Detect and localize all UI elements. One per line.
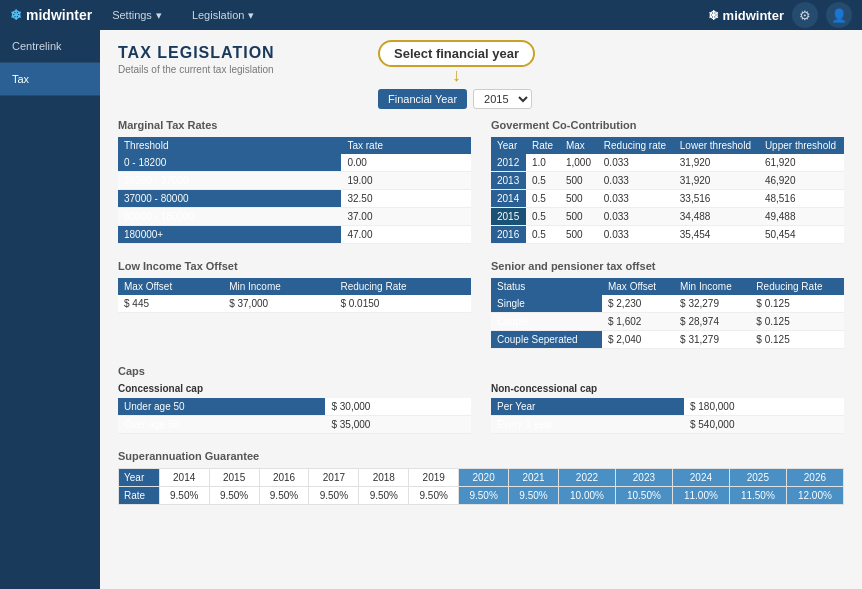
label-cell: Per Year	[491, 398, 684, 416]
senior-pensioner-table: Status Max Offset Min Income Reducing Ra…	[491, 278, 844, 349]
middle-sections-row: Low Income Tax Offset Max Offset Min Inc…	[118, 260, 844, 349]
value-cell: $ 540,000	[684, 416, 844, 434]
table-row: 0 - 182000.00	[118, 154, 471, 172]
chevron-down-icon: ▾	[248, 9, 254, 22]
max-cell: 500	[560, 190, 598, 208]
max-cell: 1,000	[560, 154, 598, 172]
min-income-cell: $ 32,279	[674, 295, 750, 313]
top-nav: ❄ midwinter Settings ▾ Legislation ▾ ❄ m…	[0, 0, 862, 30]
year-cell: 2023	[615, 469, 672, 487]
max-offset-cell: $ 1,602	[602, 313, 674, 331]
value-cell: $ 35,000	[325, 416, 471, 434]
table-row: $ 445$ 37,000$ 0.0150	[118, 295, 471, 313]
table-row: 80000 - 18000037.00	[118, 208, 471, 226]
table-row: 37000 - 8000032.50	[118, 190, 471, 208]
table-row: 2015 0.5 500 0.033 34,488 49,488	[491, 208, 844, 226]
status-cell: Couple	[491, 313, 602, 331]
super-guarantee-table: Year201420152016201720182019202020212022…	[118, 468, 844, 505]
caps-section-title: Caps	[118, 365, 471, 377]
reducing-rate-header: Reducing Rate	[750, 278, 844, 295]
rate-cell: 9.50%	[209, 487, 259, 505]
app-body: Centrelink Tax TAX LEGISLATION Details o…	[0, 30, 862, 589]
year-cell: 2017	[309, 469, 359, 487]
min-income-header: Min Income	[674, 278, 750, 295]
max-header: Max	[560, 137, 598, 154]
upper-cell: 61,920	[759, 154, 844, 172]
marginal-tax-rates-section: Marginal Tax Rates Threshold Tax rate 0 …	[118, 119, 471, 244]
rate-label-cell: Rate	[119, 487, 160, 505]
year-cell: 2015	[491, 208, 526, 226]
top-sections-row: Marginal Tax Rates Threshold Tax rate 0 …	[118, 119, 844, 244]
super-guarantee-title: Superannuation Guarantee	[118, 450, 844, 462]
min-income-header: Min Income	[223, 278, 334, 295]
status-cell: Single	[491, 295, 602, 313]
max-offset-cell: $ 2,040	[602, 331, 674, 349]
tax-rate-header: Tax rate	[341, 137, 471, 154]
sidebar-item-tax[interactable]: Tax	[0, 63, 100, 96]
gov-co-table: Year Rate Max Reducing rate Lower thresh…	[491, 137, 844, 244]
non-concessional-cap-table: Per Year$ 180,000Every 3 year$ 540,000	[491, 398, 844, 434]
table-row: 2013 0.5 500 0.033 31,920 46,920	[491, 172, 844, 190]
year-cell: 2014	[491, 190, 526, 208]
threshold-cell: 0 - 18200	[118, 154, 341, 172]
financial-year-button[interactable]: Financial Year	[378, 89, 467, 109]
year-cell: 2020	[459, 469, 509, 487]
list-item: Under age 50$ 30,000	[118, 398, 471, 416]
sidebar: Centrelink Tax	[0, 30, 100, 589]
snowflake-icon-right: ❄	[708, 8, 719, 23]
user-icon[interactable]: 👤	[826, 2, 852, 28]
list-item: Over age 50$ 35,000	[118, 416, 471, 434]
lower-cell: 35,454	[674, 226, 759, 244]
min-income-cell: $ 37,000	[223, 295, 334, 313]
year-cell: 2015	[209, 469, 259, 487]
reducing-rate-header: Reducing Rate	[334, 278, 471, 295]
year-cell: 2016	[259, 469, 309, 487]
value-cell: $ 180,000	[684, 398, 844, 416]
reducing-rate-cell: $ 0.125	[750, 331, 844, 349]
reducing-cell: 0.033	[598, 208, 674, 226]
brand-logo: ❄ midwinter	[10, 7, 92, 23]
low-income-tax-offset-section: Low Income Tax Offset Max Offset Min Inc…	[118, 260, 471, 349]
rate-cell: 9.50%	[459, 487, 509, 505]
status-cell: Couple Seperated	[491, 331, 602, 349]
concessional-cap-table: Under age 50$ 30,000Over age 50$ 35,000	[118, 398, 471, 434]
non-concessional-cap-label: Non-concessional cap	[491, 383, 844, 394]
label-cell: Under age 50	[118, 398, 325, 416]
list-item: Every 3 year$ 540,000	[491, 416, 844, 434]
sidebar-item-centrelink[interactable]: Centrelink	[0, 30, 100, 63]
gear-icon[interactable]: ⚙	[792, 2, 818, 28]
lower-cell: 34,488	[674, 208, 759, 226]
list-item: Per Year$ 180,000	[491, 398, 844, 416]
caps-row: Caps Concessional cap Under age 50$ 30,0…	[118, 365, 844, 434]
rate-cell: 11.50%	[729, 487, 786, 505]
year-cell: 2016	[491, 226, 526, 244]
settings-menu[interactable]: Settings ▾	[102, 0, 172, 30]
rate-cell: 19.00	[341, 172, 471, 190]
rate-cell: 32.50	[341, 190, 471, 208]
reducing-cell: 0.033	[598, 172, 674, 190]
max-offset-header: Max Offset	[602, 278, 674, 295]
threshold-header: Threshold	[118, 137, 341, 154]
rate-cell: 0.5	[526, 208, 560, 226]
year-cell: 2013	[491, 172, 526, 190]
lower-cell: 31,920	[674, 172, 759, 190]
rate-cell: 0.5	[526, 172, 560, 190]
lower-cell: 33,516	[674, 190, 759, 208]
reducing-rate-cell: $ 0.125	[750, 295, 844, 313]
marginal-tax-rates-title: Marginal Tax Rates	[118, 119, 471, 131]
table-row: Couple Seperated$ 2,040$ 31,279$ 0.125	[491, 331, 844, 349]
max-offset-cell: $ 445	[118, 295, 223, 313]
reducing-rate-cell: $ 0.125	[750, 313, 844, 331]
table-row: 18200 - 3700019.00	[118, 172, 471, 190]
page-title: TAX LEGISLATION	[118, 44, 275, 62]
legislation-menu[interactable]: Legislation ▾	[182, 0, 265, 30]
rate-cell: 9.50%	[359, 487, 409, 505]
year-label-cell: Year	[119, 469, 160, 487]
year-select[interactable]: 2015 2014 2016	[473, 89, 532, 109]
main-content: TAX LEGISLATION Details of the current t…	[100, 30, 862, 589]
table-row: 2016 0.5 500 0.033 35,454 50,454	[491, 226, 844, 244]
lower-threshold-header: Lower threshold	[674, 137, 759, 154]
threshold-cell: 37000 - 80000	[118, 190, 341, 208]
financial-year-callout: Select financial year	[378, 40, 535, 67]
year-cell: 2022	[558, 469, 615, 487]
